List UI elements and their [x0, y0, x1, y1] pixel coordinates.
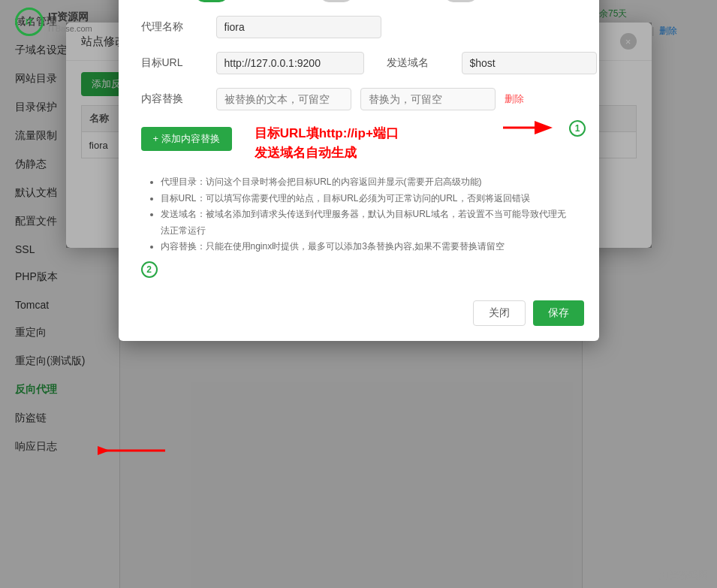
cache-toggle[interactable] — [320, 0, 353, 2]
info-item-2: 目标URL：可以填写你需要代理的站点，目标URL必须为可正常访问的URL，否则将… — [161, 191, 569, 207]
inner-modal: 修改反向代理[fiora] × 开启代理 开启缓存 — [119, 0, 599, 341]
inner-modal-footer: 关闭 保存 — [119, 293, 599, 326]
content-replace-label: 内容替换 — [141, 92, 194, 106]
info-item-4: 内容替换：只能在使用nginx时提供，最多可以添加3条替换内容,如果不需要替换请… — [161, 239, 569, 255]
proxy-toggle-group: 开启代理 — [141, 0, 228, 2]
outer-modal: 站点修改[chat.lingn.top] -- 添加时间[2020-08-21 … — [66, 23, 652, 248]
target-url-label: 目标URL — [141, 56, 194, 70]
url-domain-row: 目标URL 发送域名 — [141, 52, 577, 74]
advanced-toggle-group: 高级功能 — [390, 0, 477, 2]
save-button[interactable]: 保存 — [533, 300, 584, 326]
inner-modal-overlay: 修改反向代理[fiora] × 开启代理 开启缓存 — [66, 23, 652, 248]
proxy-toggle[interactable] — [195, 0, 228, 2]
info-item-3: 发送域名：被域名添加到请求头传送到代理服务器，默认为目标URL域名，若设置不当可… — [161, 207, 569, 239]
outer-modal-overlay: 站点修改[chat.lingn.top] -- 添加时间[2020-08-21 … — [0, 0, 717, 588]
send-domain-input[interactable] — [462, 52, 597, 74]
content-replace-fields: 删除 — [216, 88, 524, 110]
info-item-1: 代理目录：访问这个目录时将会把目标URL的内容返回并显示(需要开启高级功能) — [161, 174, 569, 191]
content-replace-row: 内容替换 删除 — [141, 88, 577, 110]
target-url-input[interactable] — [216, 52, 364, 74]
proxy-toggle-slider[interactable] — [195, 0, 228, 2]
it-logo-circle: IT — [15, 8, 44, 36]
toggles-row: 开启代理 开启缓存 高级功能 — [141, 0, 577, 2]
proxy-name-input[interactable] — [216, 16, 381, 38]
info-list: 代理目录：访问这个目录时将会把目标URL的内容返回并显示(需要开启高级功能) 目… — [141, 174, 577, 255]
annotation-line2: 发送域名自动生成 — [255, 143, 399, 163]
inner-modal-body: 开启代理 开启缓存 高级功能 — [119, 0, 599, 293]
advanced-toggle[interactable] — [444, 0, 477, 2]
add-replace-annotation-row: + 添加内容替换 目标URL填http://ip+端口 发送域名自动生成 — [141, 124, 577, 162]
delete-replace-button[interactable]: 删除 — [505, 92, 524, 106]
proxy-name-row: 代理名称 — [141, 16, 577, 38]
replace-from-input[interactable] — [216, 88, 351, 110]
send-domain-label: 发送域名 — [387, 56, 439, 70]
add-replace-button[interactable]: + 添加内容替换 — [141, 127, 232, 151]
badge2-row: 2 — [141, 261, 577, 278]
badge-2: 2 — [141, 261, 158, 278]
replace-to-input[interactable] — [360, 88, 496, 110]
cache-toggle-slider[interactable] — [320, 0, 353, 2]
bottom-watermark: 力资源码网 — [659, 568, 708, 582]
annotation-box: 目标URL填http://ip+端口 发送域名自动生成 — [255, 124, 399, 162]
close-modal-button[interactable]: 关闭 — [473, 300, 526, 326]
annotation-line1: 目标URL填http://ip+端口 — [255, 124, 399, 143]
advanced-toggle-slider[interactable] — [444, 0, 477, 2]
proxy-name-label: 代理名称 — [141, 20, 194, 34]
cache-toggle-group: 开启缓存 — [266, 0, 353, 2]
